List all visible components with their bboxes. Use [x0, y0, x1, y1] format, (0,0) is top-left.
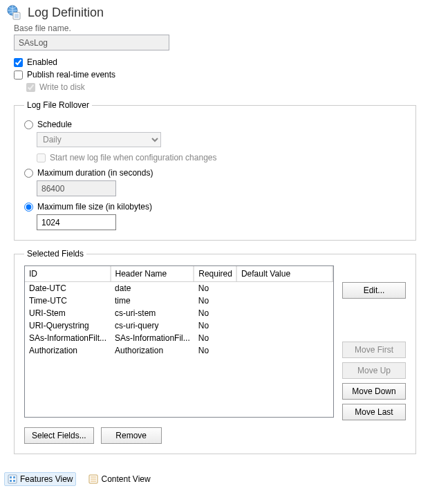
svg-rect-7	[13, 476, 15, 478]
cell-header_name: SAs-InformationFil...	[111, 332, 194, 344]
move-up-button: Move Up	[342, 362, 406, 379]
cell-id: Time-UTC	[25, 295, 111, 307]
duration-radio[interactable]	[24, 169, 33, 178]
svg-rect-9	[13, 480, 15, 482]
move-first-button: Move First	[342, 342, 406, 358]
tab-content-view-label: Content View	[101, 474, 150, 484]
write-to-disk-label: Write to disk	[39, 82, 85, 92]
svg-rect-8	[10, 480, 12, 482]
filesize-input[interactable]	[37, 214, 116, 230]
select-fields-button[interactable]: Select Fields...	[24, 427, 94, 444]
table-row[interactable]: Time-UTCtimeNo	[25, 295, 333, 307]
table-row[interactable]: URI-Querystringcs-uri-queryNo	[25, 319, 333, 332]
cell-required: No	[194, 332, 237, 344]
base-filename-input	[14, 35, 169, 50]
duration-label: Maximum duration (in seconds)	[37, 168, 153, 178]
enabled-label: Enabled	[27, 57, 57, 67]
cell-default_value	[236, 282, 333, 295]
publish-checkbox[interactable]	[14, 71, 23, 80]
cell-default_value	[236, 332, 333, 344]
selected-fields-legend: Selected Fields	[24, 249, 86, 259]
move-last-button[interactable]: Move Last	[342, 404, 406, 420]
remove-button[interactable]: Remove	[101, 427, 162, 444]
page-title: Log Definition	[28, 6, 104, 20]
features-view-icon	[8, 474, 17, 484]
cell-id: URI-Querystring	[25, 319, 111, 332]
content-view-icon	[88, 474, 98, 484]
globe-document-icon	[6, 4, 22, 21]
start-new-log-checkbox	[37, 153, 46, 162]
filesize-radio[interactable]	[24, 203, 33, 212]
table-row[interactable]: AuthorizationAuthorizationNo	[25, 344, 333, 357]
schedule-dropdown: Daily	[37, 132, 161, 147]
cell-required: No	[194, 282, 237, 295]
cell-default_value	[236, 307, 333, 319]
cell-header_name: Authorization	[111, 344, 194, 357]
cell-required: No	[194, 319, 237, 332]
rollover-fieldset: Log File Rollover Schedule Daily Start n…	[14, 100, 416, 241]
col-header-required[interactable]: Required	[194, 266, 237, 282]
start-new-log-label: Start new log file when configuration ch…	[50, 153, 216, 162]
table-row[interactable]: Date-UTCdateNo	[25, 282, 333, 295]
cell-default_value	[236, 319, 333, 332]
enabled-checkbox[interactable]	[14, 58, 23, 67]
cell-required: No	[194, 344, 237, 357]
cell-default_value	[236, 295, 333, 307]
cell-header_name: time	[111, 295, 194, 307]
table-header-row: ID Header Name Required Default Value	[25, 266, 333, 282]
col-header-header-name[interactable]: Header Name	[111, 266, 194, 282]
tab-content-view[interactable]: Content View	[86, 473, 153, 485]
col-header-id[interactable]: ID	[25, 266, 111, 282]
edit-button[interactable]: Edit...	[342, 282, 406, 299]
cell-header_name: cs-uri-stem	[111, 307, 194, 319]
schedule-label: Schedule	[37, 120, 72, 129]
duration-input	[37, 180, 116, 196]
cell-required: No	[194, 307, 237, 319]
cell-default_value	[236, 344, 333, 357]
fields-table[interactable]: ID Header Name Required Default Value Da…	[24, 265, 334, 418]
table-row[interactable]: SAs-InformationFilt...SAs-InformationFil…	[25, 332, 333, 344]
cell-id: URI-Stem	[25, 307, 111, 319]
cell-id: SAs-InformationFilt...	[25, 332, 111, 344]
publish-label: Publish real-time events	[27, 70, 115, 80]
tab-features-view-label: Features View	[20, 474, 73, 484]
col-header-default-value[interactable]: Default Value	[236, 266, 333, 282]
cell-header_name: date	[111, 282, 194, 295]
rollover-legend: Log File Rollover	[24, 100, 92, 110]
svg-rect-6	[10, 476, 12, 478]
cell-id: Date-UTC	[25, 282, 111, 295]
schedule-radio[interactable]	[24, 120, 33, 129]
write-to-disk-checkbox	[26, 83, 35, 92]
table-row[interactable]: URI-Stemcs-uri-stemNo	[25, 307, 333, 319]
move-down-button[interactable]: Move Down	[342, 383, 406, 400]
tab-features-view[interactable]: Features View	[4, 472, 76, 486]
cell-required: No	[194, 295, 237, 307]
selected-fields-fieldset: Selected Fields ID Header Name Required …	[14, 249, 416, 454]
base-filename-label: Base file name.	[14, 24, 416, 33]
cell-header_name: cs-uri-query	[111, 319, 194, 332]
cell-id: Authorization	[25, 344, 111, 357]
filesize-label: Maximum file size (in kilobytes)	[37, 202, 152, 212]
svg-rect-5	[8, 475, 17, 483]
